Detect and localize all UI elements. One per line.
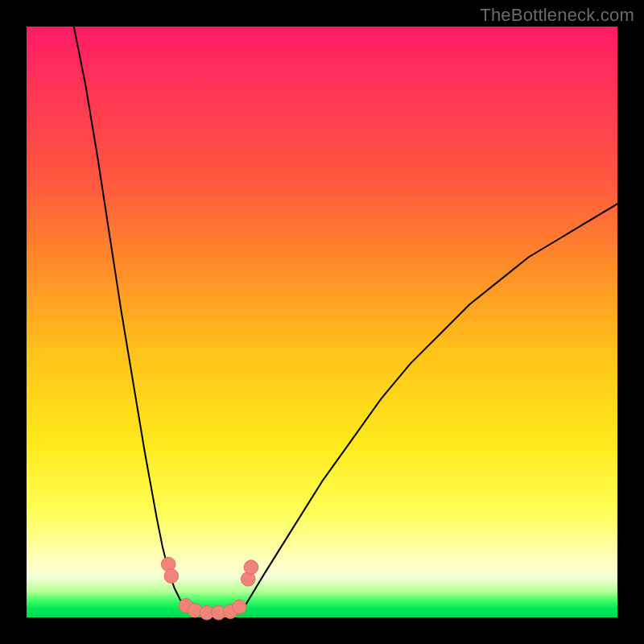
data-marker — [232, 600, 246, 614]
data-marker — [164, 569, 179, 584]
curve-layer — [74, 27, 617, 614]
chart-frame: TheBottleneck.com — [0, 0, 644, 644]
watermark-text: TheBottleneck.com — [480, 5, 634, 26]
marker-layer — [161, 557, 258, 620]
bottleneck-curve — [74, 27, 617, 614]
chart-svg — [27, 27, 617, 617]
data-marker — [244, 560, 258, 575]
